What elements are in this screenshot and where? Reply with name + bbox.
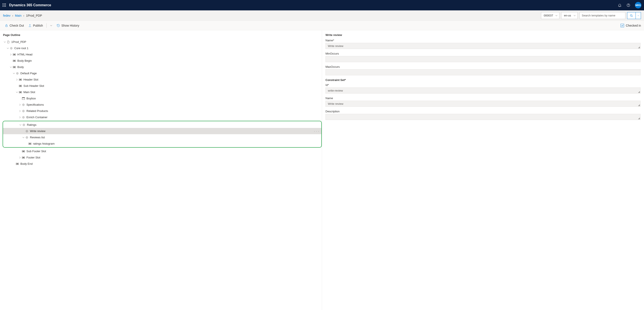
svg-point-24 (22, 110, 24, 112)
svg-point-28 (23, 124, 25, 126)
chevron-right-icon[interactable] (18, 104, 22, 106)
tree-node-root[interactable]: 1Prod_PDP (0, 39, 322, 45)
module-icon (22, 97, 25, 100)
chevron-down-icon[interactable] (9, 66, 12, 68)
svg-point-27 (23, 117, 24, 118)
tree-node-footer-slot[interactable]: Footer Slot (0, 154, 322, 161)
chevron-down-icon[interactable] (12, 72, 16, 74)
svg-rect-39 (22, 157, 24, 158)
svg-rect-11 (14, 67, 15, 68)
field-min: MinOccurs (326, 52, 640, 62)
breadcrumb-bar: fedev › Main › 1Prod_PDP 000037 en-us Se… (0, 10, 644, 21)
header-right: MRG (618, 2, 642, 8)
locale-dropdown[interactable]: en-us (561, 12, 578, 19)
site-dropdown[interactable]: 000037 (541, 12, 560, 19)
search-input[interactable]: Search templates by name (580, 12, 625, 19)
target-icon (22, 123, 26, 127)
svg-rect-17 (20, 86, 21, 86)
bell-icon[interactable] (618, 3, 622, 7)
search-dropdown[interactable] (636, 12, 641, 19)
svg-rect-21 (22, 97, 25, 98)
max-input[interactable] (326, 69, 640, 75)
chevron-right-icon[interactable] (18, 156, 22, 159)
user-avatar[interactable]: MRG (635, 2, 642, 8)
outline-pane: Page Outline 1Prod_PDP Core root 1 HTML … (0, 30, 322, 310)
tree-node-core[interactable]: Core root 1 (0, 45, 322, 51)
svg-rect-9 (14, 60, 15, 61)
outline-title: Page Outline (0, 30, 322, 39)
panel-title: Write review (326, 33, 640, 37)
cmd-more-chevron[interactable] (48, 23, 54, 28)
slot-icon (12, 53, 16, 56)
tree-node-default-page[interactable]: Default Page (0, 70, 322, 76)
tree-node-ratings[interactable]: Ratings (3, 122, 321, 128)
tree-node-body[interactable]: Body (0, 64, 322, 70)
node-label: Buybox (26, 97, 36, 100)
tree-node-main-slot[interactable]: Main Slot (0, 89, 322, 95)
cmd-left: Check Out Publish Show History (3, 22, 81, 28)
tree-node-reviews-list[interactable]: Reviews list (3, 134, 321, 141)
svg-rect-37 (22, 151, 24, 152)
checked-in-label: Checked in (626, 24, 641, 27)
chevron-down-icon[interactable] (19, 124, 22, 126)
upload-icon (28, 24, 32, 27)
field-max: MaxOccurs (326, 65, 640, 75)
checkout-button[interactable]: Check Out (3, 22, 26, 28)
field-name: Name* Write review (326, 39, 640, 49)
chevron-down-icon[interactable] (15, 91, 19, 93)
tree-node-body-end[interactable]: Body End (0, 161, 322, 167)
crumb-root[interactable]: fedev (3, 14, 10, 17)
min-label: MinOccurs (326, 52, 640, 55)
tree-node-sub-header-slot[interactable]: Sub Header Slot (0, 83, 322, 89)
chevron-right-icon[interactable] (9, 53, 12, 56)
name2-input[interactable]: Write review (326, 101, 640, 107)
history-button[interactable]: Show History (55, 22, 81, 28)
tree-node-enrich-container[interactable]: Enrich Container (0, 114, 322, 120)
tree-node-header-slot[interactable]: Header Slot (0, 76, 322, 83)
chevron-down-icon[interactable] (6, 47, 10, 49)
chevron-down-icon[interactable] (22, 136, 25, 139)
chevron-right-icon[interactable] (18, 110, 22, 112)
target-icon (16, 72, 19, 75)
node-label: Body (17, 65, 24, 69)
tree-node-write-review[interactable]: Write review · · · (3, 128, 321, 134)
crumb-mid[interactable]: Main (15, 14, 22, 17)
target-icon (22, 103, 25, 107)
node-label: Write review (30, 130, 45, 133)
tree-node-buybox[interactable]: Buybox (0, 95, 322, 102)
target-icon (25, 130, 28, 133)
app-launcher-icon[interactable] (2, 3, 6, 7)
more-icon[interactable]: · · · (314, 130, 319, 133)
document-icon (6, 40, 10, 44)
chevron-right-icon[interactable] (18, 116, 22, 118)
tree-node-sub-footer-slot[interactable]: Sub Footer Slot (0, 148, 322, 154)
tree-node-html-head[interactable]: HTML Head (0, 51, 322, 58)
id-input[interactable]: write-review (326, 87, 640, 94)
chevron-down-icon (574, 14, 576, 17)
tree-node-body-begin[interactable]: Body Begin (0, 58, 322, 64)
tree-node-related-products[interactable]: Related Products (0, 108, 322, 114)
svg-point-12 (16, 72, 18, 74)
chevron-down-icon[interactable] (3, 41, 6, 43)
search-button[interactable] (627, 12, 636, 19)
publish-button[interactable]: Publish (26, 22, 45, 28)
svg-rect-15 (20, 79, 21, 80)
svg-point-33 (26, 137, 27, 138)
tree-node-ratings-histogram[interactable]: ratings histogram (3, 141, 321, 147)
help-icon[interactable] (626, 3, 630, 7)
svg-point-32 (26, 136, 28, 138)
publish-label: Publish (33, 24, 43, 27)
svg-rect-35 (29, 143, 31, 144)
desc-input[interactable] (326, 114, 640, 120)
properties-pane: Write review Name* Write review MinOccur… (322, 30, 644, 310)
tree-node-specifications[interactable]: Specifications (0, 102, 322, 108)
node-label: Body Begin (17, 59, 32, 62)
chevron-right-icon[interactable] (15, 79, 19, 81)
min-input[interactable] (326, 56, 640, 62)
node-label: Default Page (20, 72, 37, 75)
name-input[interactable]: Write review (326, 43, 640, 49)
node-label: Header Slot (24, 78, 38, 81)
checkout-label: Check Out (10, 24, 24, 27)
node-label: Body End (20, 162, 32, 165)
crumb-sep: › (12, 14, 13, 17)
